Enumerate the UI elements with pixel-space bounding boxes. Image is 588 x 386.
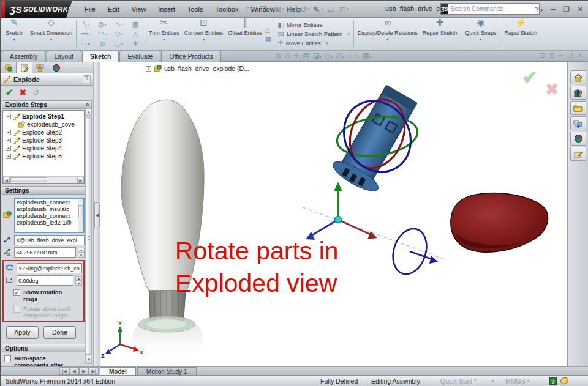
quick-start-dropdown[interactable]: Quick Start *: [440, 377, 477, 385]
collapse-expander-icon[interactable]: −: [6, 114, 11, 119]
triad-center-ball[interactable]: [335, 217, 342, 223]
display-delete-relations-button[interactable]: ∞ Display/Delete Relations ▾: [355, 18, 420, 50]
design-library-button[interactable]: [570, 86, 586, 100]
quick-start-caret-icon[interactable]: ▲: [491, 378, 495, 382]
home-button[interactable]: [570, 70, 586, 84]
scrollbar-thumb[interactable]: [78, 205, 83, 218]
checkbox-unchecked-icon[interactable]: [13, 306, 20, 313]
slot-tool-button[interactable]: ▱▾: [78, 39, 94, 49]
section-view-icon[interactable]: ◪▾: [313, 51, 322, 60]
units-dropdown[interactable]: MMGS: [505, 377, 526, 385]
tab-sketch[interactable]: Sketch: [82, 51, 119, 62]
rectangle-tool-button[interactable]: ▭▾: [78, 29, 94, 39]
tab-motion-study[interactable]: Motion Study 1: [137, 367, 197, 375]
restore-button[interactable]: ❐: [562, 4, 571, 15]
tree-item-step1[interactable]: − Explode Step1: [3, 113, 84, 121]
ring-arrow[interactable]: [429, 256, 438, 264]
tree-item-step2[interactable]: + Explode Step2: [3, 128, 84, 136]
distance-field[interactable]: [14, 247, 76, 258]
graphics-viewport[interactable]: Y X Z + usb_flash_drive_explode (D... Ro…: [100, 62, 567, 366]
options-button[interactable]: ⊡▾: [337, 4, 350, 15]
eraser-icon[interactable]: ▭: [326, 4, 337, 15]
scroll-left-icon[interactable]: ◀: [3, 177, 10, 183]
list-vertical-scrollbar[interactable]: [78, 199, 83, 232]
settings-header[interactable]: Settings «: [2, 186, 92, 195]
tab-evaluate[interactable]: Evaluate: [119, 51, 160, 62]
minimize-button[interactable]: ─: [549, 4, 557, 14]
tab-configuration-manager[interactable]: [32, 62, 48, 73]
list-item[interactable]: explodeusb_connect: [15, 212, 83, 219]
view-settings-icon[interactable]: ▦▾: [363, 51, 372, 60]
menu-toolbox[interactable]: Toolbox: [210, 3, 244, 15]
line-tool-button[interactable]: ╲▾: [78, 20, 94, 29]
confirm-ok-icon[interactable]: ✔: [522, 67, 538, 88]
menu-tools[interactable]: Tools: [182, 3, 209, 15]
offset-entities-button[interactable]: ∥ Offset Entities: [225, 18, 265, 50]
scrollbar-thumb[interactable]: [86, 117, 92, 355]
scrollbar-thumb[interactable]: [10, 177, 47, 182]
tab-model[interactable]: Model: [100, 367, 136, 375]
units-caret-icon[interactable]: ▲: [526, 378, 530, 382]
trim-entities-button[interactable]: ✂ Trim Entities ▾: [146, 18, 182, 50]
help-menu-button[interactable]: ? ▾: [533, 4, 545, 14]
select-button[interactable]: ↖▾: [312, 4, 325, 15]
pm-help-icon[interactable]: ?: [83, 75, 91, 83]
tree-horizontal-scrollbar[interactable]: ◀ ▶: [3, 176, 84, 183]
menu-file[interactable]: File: [79, 3, 101, 15]
next-tab-icon[interactable]: ▶: [79, 367, 89, 375]
zoom-to-area-icon[interactable]: ⊙: [284, 51, 290, 60]
scroll-right-icon[interactable]: ▶: [77, 177, 84, 183]
doc-close-button[interactable]: ✕: [578, 52, 582, 59]
smart-dimension-button[interactable]: ◇ Smart Dimension ▾: [28, 18, 75, 50]
panel-splitter[interactable]: ◀: [94, 62, 100, 366]
ellipse-tool-button[interactable]: ⬭▾: [111, 29, 127, 39]
rotation-axis-field[interactable]: [17, 263, 82, 273]
apply-scene-icon[interactable]: ●: [355, 51, 359, 60]
list-item[interactable]: explodeusb_insulatc: [15, 206, 83, 212]
angle-spinner[interactable]: ▲▼: [75, 276, 82, 286]
rapid-sketch-button[interactable]: ⚡ Rapid Sketch: [502, 18, 540, 50]
direction-field[interactable]: [14, 235, 85, 245]
search-input[interactable]: [448, 6, 534, 12]
convert-entities-button[interactable]: ⊡ Convert Entities ▾: [182, 18, 226, 50]
done-button[interactable]: Done: [43, 326, 76, 339]
part-usb-body[interactable]: [121, 100, 204, 362]
first-tab-icon[interactable]: |◀: [59, 367, 69, 375]
menu-edit[interactable]: Edit: [102, 3, 125, 15]
spline-tool-button[interactable]: ∿▾: [111, 20, 127, 29]
part-usb-cap[interactable]: [451, 193, 548, 253]
open-document-button[interactable]: ❒▾: [258, 4, 271, 15]
print-button[interactable]: ≡▾: [287, 4, 298, 15]
save-button[interactable]: ▣▾: [272, 4, 286, 15]
tab-assembly[interactable]: Assembly: [2, 51, 46, 62]
scroll-down-icon[interactable]: ▼: [86, 357, 92, 363]
quick-snaps-button[interactable]: ◉ Quick Snaps ▾: [462, 18, 499, 50]
move-entities-button[interactable]: ✛Move Entities▾: [278, 39, 350, 47]
appearances-button[interactable]: [570, 132, 586, 146]
view-palette-button[interactable]: [570, 116, 586, 130]
checkbox-unchecked-icon[interactable]: [4, 355, 11, 362]
list-item[interactable]: explodeusb_led2-1@: [15, 219, 83, 226]
previous-view-icon[interactable]: ▤: [303, 51, 309, 60]
tree-item-step4[interactable]: + Explode Step4: [3, 144, 84, 152]
scroll-up-icon[interactable]: ▲: [86, 109, 92, 116]
panel-vertical-scrollbar[interactable]: ▲ ▼: [85, 108, 92, 364]
options-header[interactable]: Options «: [2, 344, 92, 352]
expand-expander-icon[interactable]: +: [6, 138, 11, 143]
expand-expander-icon[interactable]: +: [6, 130, 11, 135]
expand-expander-icon[interactable]: +: [6, 154, 11, 159]
flyout-feature-tree[interactable]: + usb_flash_drive_explode (D...: [146, 65, 249, 72]
split-vertical-icon[interactable]: ⊡: [549, 52, 554, 59]
components-listbox[interactable]: explodeusb_connect explodeusb_insulatc e…: [14, 198, 85, 233]
checkbox-checked-icon[interactable]: ✔: [13, 289, 20, 296]
edit-appearance-icon[interactable]: ●: [347, 51, 352, 60]
explode-steps-header[interactable]: Explode Steps «: [2, 100, 92, 109]
file-explorer-button[interactable]: [570, 101, 586, 115]
panel-collapse-handle[interactable]: ◀: [94, 202, 100, 228]
sketch-tool-button[interactable]: ✎ Sketch ▾: [1, 18, 28, 50]
tree-item-step1-child[interactable]: explodeusb_cove: [3, 121, 84, 128]
custom-properties-button[interactable]: [570, 147, 586, 161]
confirm-cancel-icon[interactable]: ✖: [545, 80, 559, 99]
tab-property-manager[interactable]: [17, 62, 32, 73]
part-usb-connector[interactable]: [330, 82, 425, 196]
